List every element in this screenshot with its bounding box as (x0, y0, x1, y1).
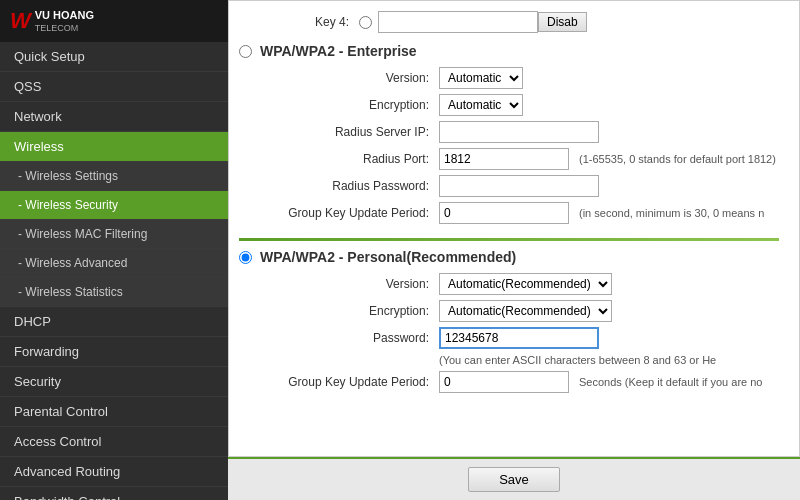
sidebar-item-wireless-advanced[interactable]: - Wireless Advanced (0, 249, 228, 278)
save-button[interactable]: Save (468, 467, 560, 492)
sidebar-item-access-control[interactable]: Access Control (0, 427, 228, 457)
enterprise-encryption-select[interactable]: Automatic TKIP AES (439, 94, 523, 116)
password-row: Password: (239, 327, 779, 349)
logo-name: VU HOANG (35, 9, 94, 22)
key4-row: Key 4: Disab (239, 11, 779, 33)
sidebar: W VU HOANG TELECOM Quick SetupQSSNetwork… (0, 0, 228, 500)
password-label: Password: (269, 331, 439, 345)
sidebar-item-qss[interactable]: QSS (0, 72, 228, 102)
radius-password-label: Radius Password: (269, 179, 439, 193)
logo-icon: W (10, 8, 31, 34)
personal-group-key-row: Group Key Update Period: Seconds (Keep i… (239, 371, 779, 393)
logo-text-block: VU HOANG TELECOM (35, 9, 94, 32)
sidebar-item-network[interactable]: Network (0, 102, 228, 132)
enterprise-version-control: Automatic WPA WPA2 (439, 67, 523, 89)
personal-section: WPA/WPA2 - Personal(Recommended) Version… (239, 249, 779, 393)
enterprise-group-key-control: (in second, minimum is 30, 0 means n (439, 202, 764, 224)
enterprise-encryption-control: Automatic TKIP AES (439, 94, 523, 116)
sidebar-item-wireless-settings[interactable]: - Wireless Settings (0, 162, 228, 191)
radius-ip-control (439, 121, 599, 143)
content-area: Key 4: Disab WPA/WPA2 - Enterprise Versi… (228, 0, 800, 457)
personal-encryption-row: Encryption: Automatic(Recommended) TKIP … (239, 300, 779, 322)
enterprise-version-row: Version: Automatic WPA WPA2 (239, 67, 779, 89)
sidebar-item-security[interactable]: Security (0, 367, 228, 397)
enterprise-encryption-label: Encryption: (269, 98, 439, 112)
radius-port-hint: (1-65535, 0 stands for default port 1812… (579, 153, 776, 165)
key4-radio[interactable] (359, 16, 372, 29)
password-hint: (You can enter ASCII characters between … (239, 354, 779, 366)
sidebar-item-bandwidth-control[interactable]: Bandwidth Control (0, 487, 228, 500)
radius-port-input[interactable] (439, 148, 569, 170)
sidebar-item-advanced-routing[interactable]: Advanced Routing (0, 457, 228, 487)
enterprise-version-label: Version: (269, 71, 439, 85)
sidebar-nav: Quick SetupQSSNetworkWireless- Wireless … (0, 42, 228, 500)
radius-port-row: Radius Port: (1-65535, 0 stands for defa… (239, 148, 779, 170)
personal-encryption-control: Automatic(Recommended) TKIP AES (439, 300, 612, 322)
radius-password-row: Radius Password: (239, 175, 779, 197)
sidebar-item-quick-setup[interactable]: Quick Setup (0, 42, 228, 72)
enterprise-group-key-label: Group Key Update Period: (269, 206, 439, 220)
sidebar-item-wireless-security[interactable]: - Wireless Security (0, 191, 228, 220)
enterprise-version-select[interactable]: Automatic WPA WPA2 (439, 67, 523, 89)
enterprise-group-key-hint: (in second, minimum is 30, 0 means n (579, 207, 764, 219)
main-content: Key 4: Disab WPA/WPA2 - Enterprise Versi… (228, 0, 800, 500)
personal-encryption-label: Encryption: (269, 304, 439, 318)
personal-radio[interactable] (239, 251, 252, 264)
enterprise-radio[interactable] (239, 45, 252, 58)
personal-version-label: Version: (269, 277, 439, 291)
sidebar-item-dhcp[interactable]: DHCP (0, 307, 228, 337)
personal-group-key-control: Seconds (Keep it default if you are no (439, 371, 762, 393)
key4-label: Key 4: (259, 15, 359, 29)
sidebar-item-parental-control[interactable]: Parental Control (0, 397, 228, 427)
personal-group-key-label: Group Key Update Period: (269, 375, 439, 389)
enterprise-title: WPA/WPA2 - Enterprise (260, 43, 417, 59)
personal-version-row: Version: Automatic(Recommended) WPA WPA2 (239, 273, 779, 295)
radius-port-label: Radius Port: (269, 152, 439, 166)
personal-version-select[interactable]: Automatic(Recommended) WPA WPA2 (439, 273, 612, 295)
sidebar-item-forwarding[interactable]: Forwarding (0, 337, 228, 367)
radius-ip-row: Radius Server IP: (239, 121, 779, 143)
radius-ip-label: Radius Server IP: (269, 125, 439, 139)
enterprise-section: WPA/WPA2 - Enterprise Version: Automatic… (239, 43, 779, 224)
radius-password-control (439, 175, 599, 197)
logo-sub: TELECOM (35, 23, 94, 33)
personal-group-key-input[interactable] (439, 371, 569, 393)
key4-input[interactable] (378, 11, 538, 33)
radius-password-input[interactable] (439, 175, 599, 197)
personal-encryption-select[interactable]: Automatic(Recommended) TKIP AES (439, 300, 612, 322)
enterprise-encryption-row: Encryption: Automatic TKIP AES (239, 94, 779, 116)
radius-port-control: (1-65535, 0 stands for default port 1812… (439, 148, 776, 170)
key4-disable-button[interactable]: Disab (538, 12, 587, 32)
personal-header: WPA/WPA2 - Personal(Recommended) (239, 249, 779, 265)
save-area: Save (228, 457, 800, 500)
sidebar-item-wireless-statistics[interactable]: - Wireless Statistics (0, 278, 228, 307)
personal-title: WPA/WPA2 - Personal(Recommended) (260, 249, 516, 265)
password-input[interactable] (439, 327, 599, 349)
personal-version-control: Automatic(Recommended) WPA WPA2 (439, 273, 612, 295)
sidebar-item-wireless[interactable]: Wireless (0, 132, 228, 162)
sidebar-item-wireless-mac-filtering[interactable]: - Wireless MAC Filtering (0, 220, 228, 249)
enterprise-group-key-input[interactable] (439, 202, 569, 224)
enterprise-header: WPA/WPA2 - Enterprise (239, 43, 779, 59)
password-control (439, 327, 599, 349)
personal-group-key-hint: Seconds (Keep it default if you are no (579, 376, 762, 388)
radius-ip-input[interactable] (439, 121, 599, 143)
enterprise-group-key-row: Group Key Update Period: (in second, min… (239, 202, 779, 224)
section-divider (239, 238, 779, 241)
sidebar-header: W VU HOANG TELECOM (0, 0, 228, 42)
